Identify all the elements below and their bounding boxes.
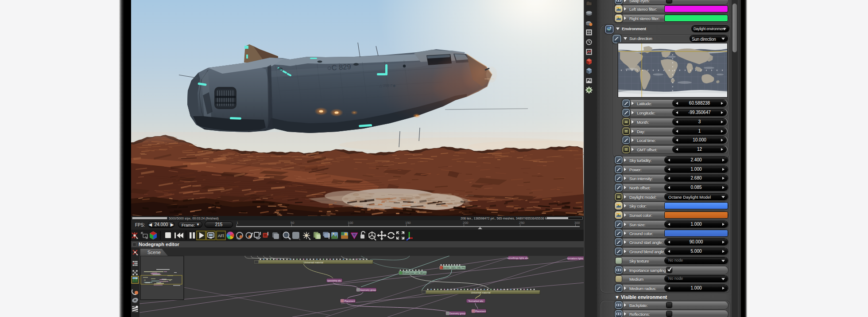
- svg-text:speedship abc: speedship abc: [327, 279, 342, 282]
- svg-text:Texmarked abc: Texmarked abc: [469, 300, 484, 302]
- svg-text:formations lights abc: formations lights abc: [567, 257, 584, 260]
- svg-text:△ 299 F◆: △ 299 F◆: [379, 83, 396, 88]
- svg-text:1888: 1888: [271, 98, 274, 105]
- svg-text:somethings lights abc: somethings lights abc: [507, 257, 529, 259]
- svg-text:○C 829: ○C 829: [327, 63, 351, 72]
- svg-text:Geometry group: Geometry group: [360, 289, 376, 291]
- svg-text:AFl: AFl: [218, 234, 224, 238]
- svg-text:DiffuseColor_v11_08.png: DiffuseColor_v11_08.png: [402, 272, 427, 274]
- svg-text:Universal material: Universal material: [304, 261, 323, 264]
- svg-text:bomber_GES_OBJ.PNG: bomber_GES_OBJ.PNG: [442, 266, 466, 269]
- svg-text:Placement: Placement: [475, 310, 486, 313]
- svg-text:Geometry group: Geometry group: [450, 312, 465, 315]
- svg-text:Placement: Placement: [345, 300, 355, 302]
- svg-text:Universal material: Universal material: [471, 291, 490, 294]
